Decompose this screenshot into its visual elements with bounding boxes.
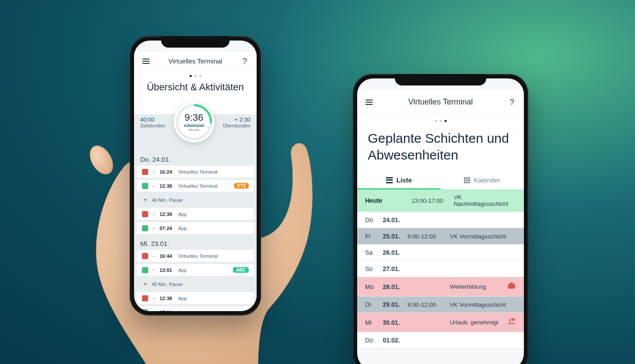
view-tabs: Liste Kalender — [357, 171, 524, 189]
pager-dots — [134, 71, 257, 80]
weekday: So — [365, 265, 378, 272]
shift-label: VK Vormittagsschicht — [450, 233, 516, 240]
schedule-row[interactable]: Sa26.01. — [357, 245, 524, 261]
log-time: 16:24 — [160, 169, 175, 175]
schedule-row[interactable]: So27.01. — [357, 261, 524, 277]
shift-label: VK Nachmittagssschicht — [454, 194, 516, 207]
tag-pill: ABC — [233, 267, 249, 273]
log-row[interactable]: →12:38App — [137, 208, 254, 220]
app-header: Virtuelles Terminal ? — [134, 52, 257, 71]
phone-right: Virtuelles Terminal ? Geplante Schichten… — [353, 74, 528, 364]
svg-rect-1 — [508, 284, 515, 289]
page-title: Übersicht & Aktivitäten — [134, 80, 257, 97]
weekday: Mo — [365, 283, 378, 290]
svg-rect-2 — [510, 282, 513, 284]
time-range: 8:00-12:00 — [407, 301, 445, 308]
log-row[interactable]: ←07:24App — [137, 222, 254, 234]
date: 29.01. — [383, 301, 403, 308]
check-out-icon — [142, 253, 148, 259]
schedule-row[interactable]: Fr25.01.8:00-12:00VK Vormittagsschicht — [357, 228, 524, 245]
log-source: App — [178, 267, 187, 273]
time-range: 8:00-12:00 — [407, 233, 445, 240]
log-time: 13:01 — [160, 267, 175, 273]
date: 24.01. — [383, 216, 403, 223]
stats-row: 40:00 Zielstunden 9:36 Arbeitszeit Woche… — [134, 97, 257, 152]
log-time: 12:38 — [160, 212, 175, 217]
app-header: Virtuelles Terminal ? — [357, 91, 524, 114]
date: 26.01. — [383, 249, 403, 256]
log-time: 07:24 — [160, 310, 175, 312]
log-source: App — [178, 212, 187, 217]
weekday: Do — [365, 337, 378, 344]
page-title: Geplante Schichten und Abwesenheiten — [357, 126, 524, 171]
pause-row[interactable]: ☕40 Min. Pause — [138, 278, 252, 290]
log-source: Virtuelles Terminal — [178, 169, 217, 175]
coffee-icon: ☕ — [142, 197, 148, 203]
weekday: Mi — [365, 319, 378, 326]
date: 30.01. — [383, 319, 403, 326]
menu-button[interactable] — [141, 56, 151, 66]
check-in-icon — [142, 225, 148, 231]
day-header: Do. 24.01. — [134, 152, 257, 166]
log-source: Virtuelles Terminal — [178, 183, 217, 189]
schedule-row[interactable]: Do01.02. — [357, 332, 524, 349]
coffee-icon: ☕ — [142, 281, 148, 287]
svg-point-0 — [85, 142, 117, 178]
help-button[interactable]: ? — [240, 56, 250, 66]
beach-icon — [507, 317, 516, 327]
phone-notch — [395, 74, 486, 85]
log-time: 12:38 — [160, 296, 175, 301]
schedule-row[interactable]: Do24.01. — [357, 212, 524, 228]
briefcase-icon — [507, 282, 516, 292]
schedule-row[interactable]: Heute13:00-17:00VK Nachmittagssschicht — [357, 189, 524, 212]
phone-left: Virtuelles Terminal ? Übersicht & Aktivi… — [130, 36, 261, 316]
schedule-row[interactable]: Di29.01.8:00-12:00VK Vormittagsschicht — [357, 297, 524, 313]
shift-label: VK Vormittagsschicht — [450, 301, 516, 308]
log-row[interactable]: →16:44Virtuelles Terminal — [137, 250, 254, 262]
header-title: Virtuelles Terminal — [408, 97, 473, 107]
pause-row[interactable]: ☕40 Min. Pause — [138, 194, 252, 206]
date: 01.02. — [383, 337, 403, 344]
check-out-icon — [142, 295, 148, 301]
log-row[interactable]: ←07:24App — [137, 306, 254, 311]
log-row[interactable]: ←13:01AppABC — [137, 264, 254, 276]
weekday: Heute — [365, 197, 382, 204]
weekday: Sa — [365, 249, 378, 256]
log-time: 16:44 — [160, 253, 175, 259]
weekday: Do — [365, 216, 378, 223]
time-range: 13:00-17:00 — [411, 197, 449, 204]
log-source: App — [178, 296, 187, 301]
header-title: Virtuelles Terminal — [168, 57, 222, 65]
schedule-row[interactable]: Mo28.01.Weiterbildung — [357, 277, 524, 297]
check-out-icon — [142, 211, 148, 217]
log-time: 12:38 — [160, 183, 175, 189]
log-source: App — [178, 310, 187, 312]
work-time-clock[interactable]: 9:36 Arbeitszeit Woche — [174, 102, 214, 142]
log-source: Virtuelles Terminal — [178, 253, 217, 259]
day-header: Mi. 23.01. — [134, 236, 257, 250]
log-row[interactable]: ←12:38Virtuelles TerminalXYZ — [137, 180, 254, 192]
schedule-row[interactable]: Mi30.01.Urlaub, genehmigt — [357, 313, 524, 332]
weekday: Fr — [365, 233, 378, 240]
target-hours: 40:00 Zielstunden — [140, 116, 165, 128]
log-row[interactable]: →12:38App — [137, 292, 254, 304]
calendar-icon — [464, 177, 470, 183]
log-source: App — [178, 226, 187, 231]
help-button[interactable]: ? — [507, 97, 517, 107]
pager-dots — [357, 114, 524, 126]
log-row[interactable]: →16:24Virtuelles Terminal — [137, 166, 254, 178]
check-in-icon — [142, 309, 148, 312]
tab-calendar[interactable]: Kalender — [441, 171, 524, 189]
phone-notch — [161, 36, 230, 48]
overtime: + 2:30 Überstunden — [223, 116, 250, 128]
shift-label: Urlaub, genehmigt — [450, 319, 503, 326]
tag-pill: XYZ — [234, 183, 249, 189]
tab-list[interactable]: Liste — [357, 171, 441, 189]
date: 28.01. — [383, 283, 403, 290]
date: 25.01. — [383, 233, 403, 240]
log-time: 07:24 — [160, 226, 175, 231]
date: 27.01. — [383, 265, 403, 272]
menu-button[interactable] — [364, 97, 374, 107]
shift-label: Weiterbildung — [450, 283, 503, 290]
weekday: Di — [365, 301, 378, 308]
